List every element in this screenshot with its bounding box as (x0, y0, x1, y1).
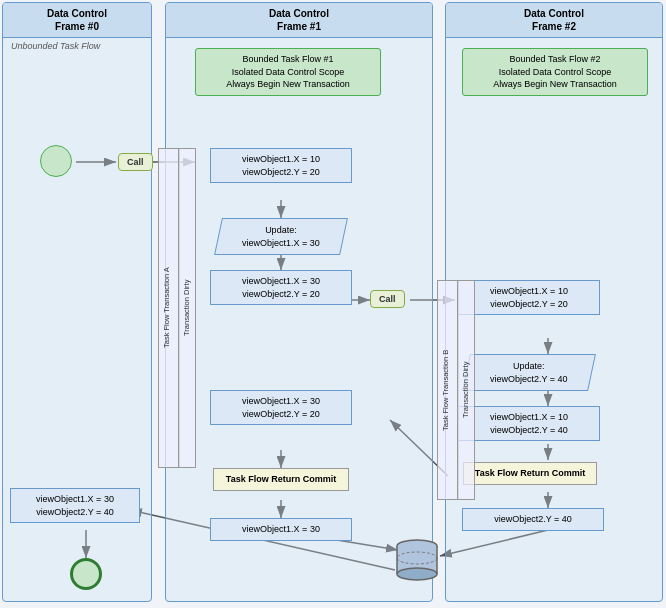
call2-label: Call (379, 294, 396, 304)
dcf0-result-box: viewObject1.X = 30 viewObject2.Y = 40 (10, 488, 140, 523)
dcf2-box1-line2: viewObject2.Y = 20 (465, 298, 593, 311)
dcf0-result-line2: viewObject2.Y = 40 (17, 506, 133, 519)
dcf1-btf-label: Bounded Task Flow #1 Isolated Data Contr… (226, 54, 350, 89)
dcf2-header: Data Control Frame #2 (446, 3, 662, 38)
dcf1-trans-a-text: Task Flow Transaction A (162, 268, 171, 349)
dcf2-trans-dirty-label: Transaction Dirty (457, 280, 475, 500)
dcf1-update-para: Update: viewObject1.X = 30 (214, 218, 348, 255)
dcf2-update-line2: viewObject2.Y = 40 (490, 373, 568, 386)
database-icon (392, 536, 442, 584)
dcf1-return-label: Task Flow Return Commit (226, 474, 336, 484)
dcf0-end-circle (70, 558, 102, 590)
dcf0-header: Data Control Frame #0 (3, 3, 151, 38)
dcf2-box1-line1: viewObject1.X = 10 (465, 285, 593, 298)
dcf1-btf-box: Bounded Task Flow #1 Isolated Data Contr… (195, 48, 381, 96)
dcf1-box3-line1: viewObject1.X = 30 (217, 395, 345, 408)
dcf0-start-circle (40, 145, 72, 177)
dcf2-box1: viewObject1.X = 10 viewObject2.Y = 20 (458, 280, 600, 315)
diagram-container: Data Control Frame #0 Unbounded Task Flo… (0, 0, 666, 608)
dcf2-commit-label: viewObject2.Y = 40 (469, 513, 597, 526)
dcf1-box1: viewObject1.X = 10 viewObject2.Y = 20 (210, 148, 352, 183)
dcf2-return-label: Task Flow Return Commit (475, 468, 585, 478)
dcf1-box1-line2: viewObject2.Y = 20 (217, 166, 345, 179)
dcf2-update-para: Update: viewObject2.Y = 40 (462, 354, 596, 391)
dcf1-update-line1: Update: (242, 224, 320, 237)
dcf2-update-line1: Update: (490, 360, 568, 373)
dcf1-return-box: Task Flow Return Commit (213, 468, 349, 491)
dcf1-box3-line2: viewObject2.Y = 20 (217, 408, 345, 421)
dcf1-box2: viewObject1.X = 30 viewObject2.Y = 20 (210, 270, 352, 305)
dcf1-trans-dirty-text: Transaction Dirty (182, 280, 191, 336)
call1-label: Call (127, 157, 144, 167)
dcf1-commit-box: viewObject1.X = 30 (210, 518, 352, 541)
call1-button[interactable]: Call (118, 153, 153, 171)
dcf1-box2-line2: viewObject2.Y = 20 (217, 288, 345, 301)
dcf1-box3: viewObject1.X = 30 viewObject2.Y = 20 (210, 390, 352, 425)
dcf0-result-line1: viewObject1.X = 30 (17, 493, 133, 506)
dcf2-commit-box: viewObject2.Y = 40 (462, 508, 604, 531)
dcf2-trans-dirty-text: Transaction Dirty (461, 362, 470, 418)
dcf1-update-line2: viewObject1.X = 30 (242, 237, 320, 250)
dcf1-box2-line1: viewObject1.X = 30 (217, 275, 345, 288)
dcf1-trans-a-label: Task Flow Transaction A (158, 148, 180, 468)
dcf2-trans-b-label: Task Flow Transaction B (437, 280, 459, 500)
dcf1-box1-line1: viewObject1.X = 10 (217, 153, 345, 166)
dcf1-trans-dirty-label: Transaction Dirty (178, 148, 196, 468)
dcf1-commit-label: viewObject1.X = 30 (217, 523, 345, 536)
dcf1-header: Data Control Frame #1 (166, 3, 432, 38)
dcf2-box2: viewObject1.X = 10 viewObject2.Y = 40 (458, 406, 600, 441)
dcf2-trans-b-text: Task Flow Transaction B (441, 349, 450, 430)
dcf2-return-box: Task Flow Return Commit (463, 462, 597, 485)
dcf2-btf-box: Bounded Task Flow #2 Isolated Data Contr… (462, 48, 648, 96)
svg-point-21 (397, 568, 437, 580)
dcf2-btf-label: Bounded Task Flow #2 Isolated Data Contr… (493, 54, 617, 89)
dcf2-box2-line2: viewObject2.Y = 40 (465, 424, 593, 437)
dcf2-box2-line1: viewObject1.X = 10 (465, 411, 593, 424)
call2-button[interactable]: Call (370, 290, 405, 308)
unbounded-label: Unbounded Task Flow (11, 41, 100, 51)
